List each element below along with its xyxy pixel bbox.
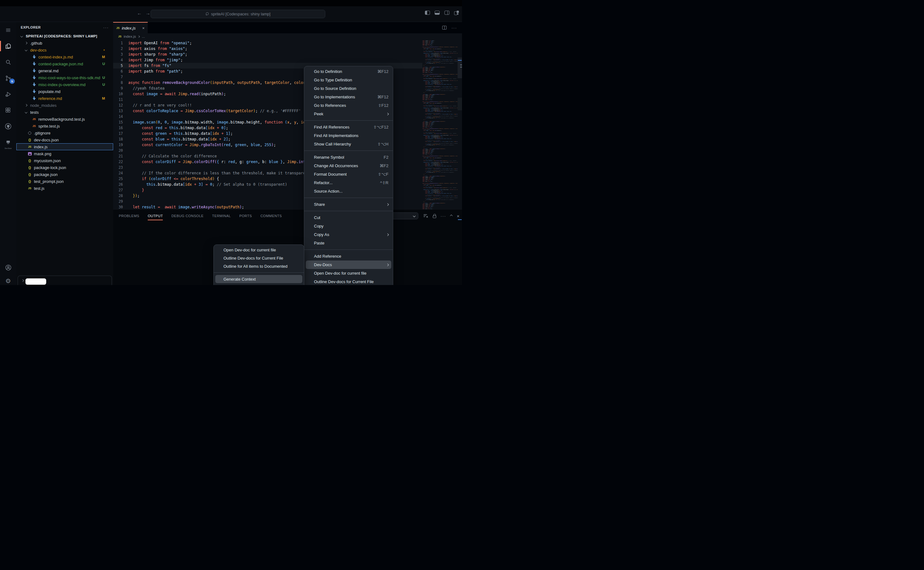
tree-item-dev-docs[interactable]: dev-docs● bbox=[16, 46, 113, 54]
code-line-3[interactable]: 3import sharp from "sharp"; bbox=[113, 52, 422, 57]
menu-item-find-all-references[interactable]: Find All References⇧⌥F12 bbox=[304, 123, 393, 131]
menu-item-cut[interactable]: Cut bbox=[304, 213, 393, 222]
lock-icon[interactable] bbox=[433, 216, 436, 218]
menu-item-add-reference[interactable]: Add Reference bbox=[304, 252, 393, 260]
panel-tab-output[interactable]: OUTPUT bbox=[148, 210, 163, 222]
menu-item-peek[interactable]: Peek bbox=[304, 110, 393, 118]
toggle-primary-sidebar-icon[interactable] bbox=[425, 11, 430, 15]
source-control-icon[interactable]: 5 bbox=[0, 70, 16, 86]
maximize-panel-icon[interactable] bbox=[450, 215, 452, 217]
tree-item-node-modules[interactable]: node_modules bbox=[16, 102, 113, 109]
tree-item-package-json[interactable]: {}package.json bbox=[16, 171, 113, 178]
tree-item-label: context-index.js.md bbox=[38, 55, 73, 60]
menu-item-go-to-references[interactable]: Go to References⇧F12 bbox=[304, 101, 393, 110]
tree-item-github[interactable]: .github bbox=[16, 40, 113, 46]
code-line-2[interactable]: 2import axios from "axios"; bbox=[113, 46, 422, 52]
menu-item-label: Go to Type Definition bbox=[314, 78, 388, 82]
menu-item-shortcut: ⇧⌥F12 bbox=[373, 125, 388, 129]
tree-item-mycustom-json[interactable]: {}mycustom.json bbox=[16, 157, 113, 164]
command-center[interactable]: spriteAI [Codespaces: shiny lamp] bbox=[150, 10, 325, 18]
menu-item-go-to-definition[interactable]: Go to Definition⌘F12 bbox=[304, 67, 393, 76]
menu-item-format-document[interactable]: Format Document⇧⌥F bbox=[304, 170, 393, 178]
run-debug-icon[interactable] bbox=[0, 86, 16, 102]
tab-index-js[interactable]: JS index.js × bbox=[113, 22, 148, 33]
panel-tab-problems[interactable]: PROBLEMS bbox=[119, 210, 139, 222]
tree-item-sprite-test-js[interactable]: JSsprite.test.js bbox=[16, 123, 113, 129]
history-forward-icon[interactable]: → bbox=[146, 11, 150, 16]
menu-item-change-all-occurrences[interactable]: Change All Occurrences⌘F2 bbox=[304, 161, 393, 170]
menu-item-rename-symbol[interactable]: Rename SymbolF2 bbox=[304, 153, 393, 161]
toggle-secondary-sidebar-icon[interactable] bbox=[444, 11, 449, 15]
breadcrumb-file[interactable]: index.js bbox=[124, 35, 136, 38]
menu-item-go-to-type-definition[interactable]: Go to Type Definition bbox=[304, 76, 393, 84]
submenu-item-outline-dev-docs-for-current-file[interactable]: Outline Dev-docs for Current File bbox=[214, 254, 304, 262]
tree-item-package-lock-json[interactable]: {}package-lock.json bbox=[16, 164, 113, 171]
history-back-icon[interactable]: ← bbox=[137, 11, 142, 16]
panel-tab-terminal[interactable]: TERMINAL bbox=[212, 210, 231, 222]
editor-more-actions-icon[interactable]: ··· bbox=[452, 26, 457, 30]
submenu-item-outline-for-all-items-to-documented[interactable]: Outline for All items to Documented bbox=[214, 262, 304, 270]
clear-output-icon[interactable] bbox=[423, 214, 428, 218]
tree-item-spriteai-codespaces-shiny-lamp[interactable]: SPRITEAI [CODESPACES: SHINY LAMP] bbox=[16, 33, 113, 40]
tree-item-mask-png[interactable]: mask.png bbox=[16, 150, 113, 157]
split-editor-icon[interactable] bbox=[442, 26, 447, 29]
menu-item-go-to-implementations[interactable]: Go to Implementations⌘F12 bbox=[304, 93, 393, 101]
tree-item-dev-docs-json[interactable]: {}dev-docs.json bbox=[16, 136, 113, 143]
settings-gear-icon[interactable]: ⚙ bbox=[0, 273, 16, 285]
code-line-1[interactable]: 1import OpenAI from "openai"; bbox=[113, 40, 422, 46]
tree-item-context-index-js-md[interactable]: context-index.js.mdM bbox=[16, 54, 113, 60]
extensions-icon[interactable] bbox=[0, 102, 16, 118]
tree-item-index-js[interactable]: JSindex.js bbox=[16, 143, 113, 150]
outline-section[interactable]: OUTLINE bbox=[18, 276, 112, 285]
panel-tab-comments[interactable]: COMMENTS bbox=[260, 210, 282, 222]
panel-tab-ports[interactable]: PORTS bbox=[239, 210, 252, 222]
menu-item-show-call-hierarchy[interactable]: Show Call Hierarchy⇧⌥H bbox=[304, 140, 393, 148]
tree-item-test-js[interactable]: JStest.js bbox=[16, 185, 113, 192]
breadcrumb-tail[interactable]: ... bbox=[142, 35, 145, 38]
tree-item-misc-index-js-overview-md[interactable]: misc-index-js-overview.mdU bbox=[16, 81, 113, 88]
tree-item-removebackground-test-js[interactable]: JSremoveBackground.test.js bbox=[16, 116, 113, 123]
tree-item-populate-md[interactable]: populate.md bbox=[16, 88, 113, 95]
submenu-item-generate-context[interactable]: Generate Context bbox=[215, 275, 302, 283]
line-number: 23 bbox=[113, 165, 128, 170]
tree-item-reference-md[interactable]: reference.mdM bbox=[16, 95, 113, 102]
tree-item-misc-cool-ways-to-use-this-sdk-md[interactable]: misc-cool-ways-to-use-this-sdk.mdU bbox=[16, 74, 113, 81]
menu-item-open-dev-doc-for-current-file[interactable]: Open Dev-doc for current file bbox=[304, 269, 393, 277]
toggle-panel-icon[interactable] bbox=[435, 11, 440, 15]
editor-scrollbar[interactable] bbox=[458, 40, 462, 209]
menu-item-go-to-source-definition[interactable]: Go to Source Definition bbox=[304, 84, 393, 93]
submenu-item-open-dev-doc-for-current-file[interactable]: Open Dev-doc for current file bbox=[214, 246, 304, 254]
tab-close-icon[interactable]: × bbox=[142, 26, 144, 31]
explorer-more-actions-icon[interactable]: ··· bbox=[103, 25, 109, 30]
menu-icon[interactable] bbox=[0, 22, 16, 38]
breadcrumb[interactable]: JS index.js ... bbox=[113, 33, 462, 40]
menu-item-dev-docs[interactable]: Dev-Docs bbox=[306, 260, 391, 269]
line-number: 10 bbox=[113, 91, 128, 97]
menu-item-find-all-implementations[interactable]: Find All Implementations bbox=[304, 131, 393, 140]
submenu-item-generate-context-to-md[interactable]: Generate Context to MD bbox=[214, 283, 304, 285]
explorer-icon[interactable] bbox=[0, 38, 16, 54]
menu-item-refactor[interactable]: Refactor...^⇧R bbox=[304, 178, 393, 187]
tree-item-gitignore[interactable]: .gitignore bbox=[16, 129, 113, 136]
customize-layout-icon[interactable] bbox=[454, 11, 459, 15]
menu-item-source-action[interactable]: Source Action... bbox=[304, 187, 393, 195]
panel-tab-debug-console[interactable]: DEBUG CONSOLE bbox=[171, 210, 203, 222]
search-view-icon[interactable] bbox=[0, 54, 16, 70]
menu-item-share[interactable]: Share bbox=[304, 200, 393, 208]
menu-item-copy-as[interactable]: Copy As bbox=[304, 230, 393, 239]
menu-item-outline-dev-docs-for-current-file[interactable]: Outline Dev-docs for Current File bbox=[304, 277, 393, 285]
code-text: }); bbox=[128, 193, 139, 199]
dev-docs-view-icon[interactable]: Dev-Docs bbox=[0, 134, 16, 150]
tree-item-general-md[interactable]: general.md bbox=[16, 67, 113, 74]
menu-item-label: Refactor... bbox=[314, 180, 372, 185]
panel-more-actions-icon[interactable]: ··· bbox=[441, 214, 446, 218]
close-panel-icon[interactable]: × bbox=[457, 213, 460, 219]
minimap[interactable]: import OpenAI from "openai";import axios… bbox=[422, 40, 458, 209]
tree-item-context-package-json-md[interactable]: context-package.json.mdU bbox=[16, 60, 113, 67]
menu-item-paste[interactable]: Paste bbox=[304, 239, 393, 247]
tree-item-tests[interactable]: tests bbox=[16, 109, 113, 116]
github-icon[interactable] bbox=[0, 118, 16, 134]
menu-item-copy[interactable]: Copy bbox=[304, 222, 393, 230]
code-line-4[interactable]: 4import Jimp from "jimp"; bbox=[113, 57, 422, 63]
tree-item-test-prompt-json[interactable]: {}test_prompt.json bbox=[16, 178, 113, 185]
